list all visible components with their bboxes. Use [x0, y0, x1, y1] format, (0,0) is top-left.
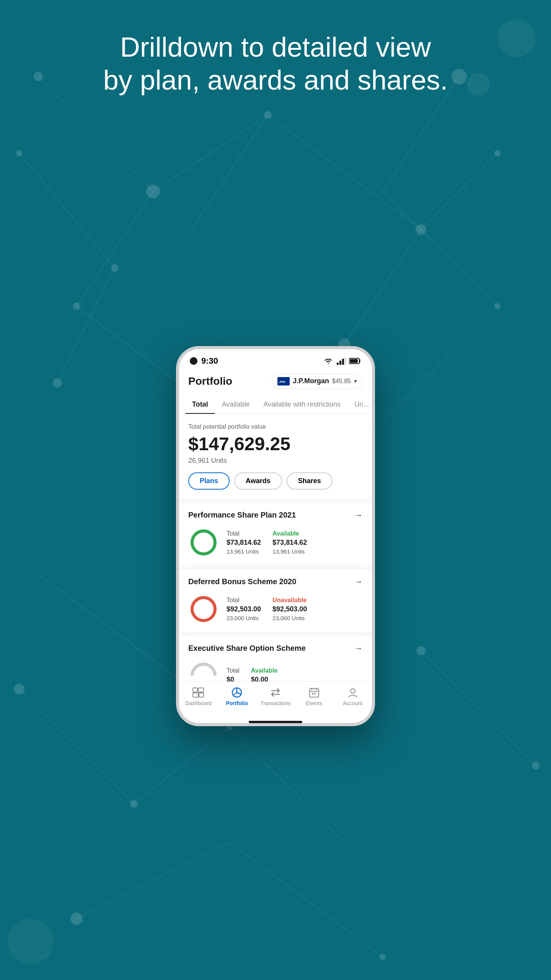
- chevron-down-icon: ▾: [354, 377, 357, 385]
- donut-chart-2: [188, 594, 219, 624]
- stat-total-units-2: 23,000 Units: [227, 615, 261, 621]
- stat-available-amount-1: $73,814.62: [272, 539, 307, 547]
- tab-available[interactable]: Available: [215, 395, 257, 414]
- svg-rect-49: [342, 359, 344, 365]
- stat-col-unavailable-2: Unavailable $92,503.00 23,000 Units: [272, 597, 307, 621]
- broker-logo: JPM: [277, 377, 290, 385]
- svg-point-32: [111, 264, 119, 272]
- svg-line-12: [383, 191, 497, 306]
- transactions-icon: [269, 687, 282, 698]
- broker-price: $45.85: [332, 378, 351, 385]
- svg-rect-48: [339, 361, 341, 365]
- svg-line-18: [230, 727, 344, 842]
- plan-card-2[interactable]: Deferred Bonus Scheme 2020 → Total $92,5…: [179, 569, 372, 632]
- stat-unavailable-amount-2: $92,503.00: [272, 605, 307, 613]
- svg-line-20: [77, 842, 230, 919]
- svg-rect-63: [312, 693, 313, 694]
- svg-line-2: [153, 115, 268, 191]
- stat-available-units-1: 13,961 Units: [272, 548, 307, 555]
- plan-name-2: Deferred Bonus Scheme 2020: [188, 577, 296, 586]
- svg-line-13: [191, 115, 268, 230]
- divider-1: [188, 499, 363, 499]
- svg-line-4: [421, 153, 497, 230]
- value-units: 26,961 Units: [188, 457, 363, 465]
- nav-dashboard[interactable]: Dashboard: [183, 687, 214, 706]
- toggle-plans[interactable]: Plans: [188, 472, 230, 490]
- svg-point-35: [14, 684, 24, 694]
- broker-pill[interactable]: JPM J.P.Morgan $45.85 ▾: [272, 374, 363, 389]
- bottom-nav: Dashboard Portfolio: [179, 681, 372, 718]
- plan-card-1[interactable]: Performance Share Plan 2021 → Total $73,…: [179, 502, 372, 565]
- svg-point-39: [532, 762, 540, 769]
- svg-point-23: [146, 185, 160, 198]
- value-label: Total potential portfolio value: [188, 423, 363, 430]
- svg-rect-59: [193, 693, 198, 697]
- svg-rect-64: [314, 693, 316, 694]
- divider-3: [188, 632, 363, 632]
- svg-point-65: [350, 689, 355, 693]
- svg-point-46: [8, 919, 54, 965]
- nav-events[interactable]: Events: [299, 687, 329, 706]
- hero-line1: Drilldown to detailed view: [120, 32, 431, 62]
- stat-total-label-3: Total: [227, 667, 240, 674]
- dashboard-icon: [192, 687, 204, 698]
- plan-stats-3: Total $0 Available $0.00: [227, 667, 277, 681]
- plan-card-3[interactable]: Executive Share Option Scheme → Total $0…: [179, 635, 372, 681]
- stat-total-label-1: Total: [227, 530, 261, 537]
- donut-chart-3: [188, 660, 219, 681]
- svg-line-16: [19, 689, 134, 804]
- phone-frame: 9:30 Portfolio: [176, 346, 375, 726]
- svg-line-21: [230, 842, 383, 957]
- stat-unavailable-units-2: 23,000 Units: [272, 615, 307, 621]
- plan-name-3: Executive Share Option Scheme: [188, 644, 306, 653]
- value-section: Total potential portfolio value $147,629…: [179, 414, 372, 499]
- svg-line-15: [344, 230, 421, 345]
- svg-rect-50: [345, 357, 346, 365]
- wifi-icon: [323, 357, 334, 365]
- plan-name-1: Performance Share Plan 2021: [188, 511, 296, 519]
- svg-line-3: [268, 115, 421, 230]
- plan-details-3: Total $0 Available $0.00: [188, 660, 363, 681]
- nav-portfolio-label: Portfolio: [226, 700, 248, 706]
- status-left: 9:30: [190, 356, 218, 366]
- svg-point-40: [70, 913, 83, 925]
- plan-stats-1: Total $73,814.62 13,961 Units Available …: [227, 530, 307, 555]
- svg-point-31: [16, 150, 22, 156]
- nav-transactions-label: Transactions: [260, 700, 291, 706]
- arrow-right-3: →: [354, 644, 363, 653]
- plan-header-1: Performance Share Plan 2021 →: [188, 510, 363, 520]
- svg-text:JPM: JPM: [279, 380, 285, 384]
- events-icon: [308, 687, 320, 698]
- tab-other[interactable]: Un...: [347, 395, 372, 414]
- status-time: 9:30: [201, 356, 218, 366]
- svg-point-24: [264, 111, 272, 119]
- plan-header-2: Deferred Bonus Scheme 2020 →: [188, 577, 363, 587]
- toggle-awards[interactable]: Awards: [234, 472, 282, 490]
- svg-rect-62: [310, 689, 319, 697]
- portfolio-title: Portfolio: [188, 375, 232, 387]
- stat-col-total-2: Total $92,503.00 23,000 Units: [227, 597, 261, 621]
- stat-total-units-1: 13,961 Units: [227, 548, 261, 555]
- nav-account[interactable]: Account: [337, 687, 368, 706]
- svg-point-27: [73, 302, 80, 310]
- arrow-right-1: →: [354, 510, 363, 520]
- tab-available-restrictions[interactable]: Available with restrictions: [256, 395, 347, 414]
- toggle-shares[interactable]: Shares: [287, 472, 333, 490]
- svg-point-41: [380, 954, 386, 960]
- svg-point-56: [192, 598, 215, 621]
- stat-total-label-2: Total: [227, 597, 261, 604]
- stat-col-total-3: Total $0: [227, 667, 240, 681]
- stat-unavailable-label-2: Unavailable: [272, 597, 307, 604]
- main-content: Total potential portfolio value $147,629…: [179, 414, 372, 681]
- svg-rect-60: [199, 693, 204, 697]
- nav-account-label: Account: [343, 700, 362, 706]
- value-amount: $147,629.25: [188, 433, 363, 454]
- hero-line2: by plan, awards and shares.: [103, 65, 448, 95]
- stat-col-available-1: Available $73,814.62 13,961 Units: [272, 530, 307, 555]
- battery-icon: [349, 358, 361, 364]
- nav-portfolio[interactable]: Portfolio: [222, 687, 252, 706]
- home-indicator: [249, 721, 302, 723]
- tab-total[interactable]: Total: [185, 395, 215, 414]
- nav-transactions[interactable]: Transactions: [260, 687, 291, 706]
- svg-rect-47: [337, 363, 339, 365]
